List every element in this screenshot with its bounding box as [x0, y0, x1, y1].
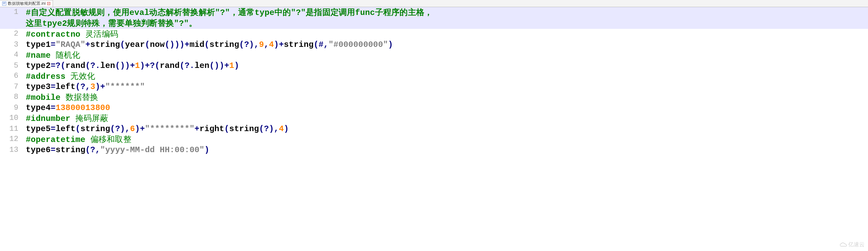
token: 无效化 — [70, 71, 95, 80]
token: ), — [120, 124, 130, 133]
line-number: 10 — [0, 113, 23, 123]
token: type — [254, 8, 274, 17]
token: , — [95, 145, 100, 155]
line-content[interactable]: #contractno 灵活编码 — [23, 29, 118, 40]
token: operatetime — [31, 135, 90, 144]
token: 规则特殊，需要单独判断替换 — [67, 18, 174, 28]
line-content[interactable]: #idnumber 掩码屏蔽 — [23, 113, 108, 124]
line-number: 12 — [0, 134, 23, 144]
close-icon[interactable] — [47, 2, 51, 5]
line-content[interactable]: #operatetime 偏移和取整 — [23, 134, 131, 145]
token: ( — [60, 61, 66, 70]
token: ( — [85, 61, 90, 70]
token: # — [26, 93, 31, 102]
file-tab[interactable]: 数据脱敏规则配置.ini — [0, 0, 53, 7]
token: ( — [75, 82, 81, 91]
token: ) — [274, 40, 279, 49]
token: ? — [115, 124, 120, 133]
code-line[interactable]: 2#contractno 灵活编码 — [0, 29, 868, 40]
token: "******" — [105, 82, 145, 91]
line-content[interactable]: type5=left(string(?),6)+"********"+right… — [23, 124, 289, 134]
code-line[interactable]: 6#address 无效化 — [0, 71, 868, 82]
token: ( — [110, 124, 115, 133]
line-number: 9 — [0, 103, 23, 113]
line-number: 4 — [0, 50, 23, 60]
token: ) — [135, 124, 140, 133]
token: len — [195, 61, 210, 70]
code-line[interactable]: 8#mobile 数据替换 — [0, 92, 868, 103]
line-content[interactable]: #address 无效化 — [23, 71, 95, 82]
token: ( — [205, 40, 210, 49]
code-line[interactable]: 11type5=left(string(?),6)+"********"+rig… — [0, 124, 868, 134]
line-number: 3 — [0, 40, 23, 50]
token: tpye2 — [42, 19, 67, 28]
token: "RAQA" — [56, 40, 86, 49]
code-line[interactable]: 3type1="RAQA"+string(year(now()))+mid(st… — [0, 40, 868, 50]
token: ? — [264, 124, 269, 133]
token: ) — [234, 61, 239, 70]
token: # — [26, 114, 31, 123]
code-area[interactable]: 1#自定义配置脱敏规则，使用eval动态解析替换解析"?"，通常type中的"?… — [0, 7, 868, 155]
line-content[interactable]: type1="RAQA"+string(year(now()))+mid(str… — [23, 40, 393, 50]
token: string — [81, 124, 110, 133]
token: 13800013800 — [56, 103, 110, 112]
token: ) — [205, 145, 210, 155]
token: "?" — [291, 8, 306, 17]
token: ), — [249, 40, 259, 49]
code-line[interactable]: 9type4=13800013800 — [0, 103, 868, 113]
token: 3 — [90, 82, 95, 91]
line-number: 7 — [0, 82, 23, 92]
code-line[interactable]: 1#自定义配置脱敏规则，使用eval动态解析替换解析"?"，通常type中的"?… — [0, 7, 868, 18]
code-line[interactable]: 7type3=left(?,3)+"******" — [0, 82, 868, 92]
token: 4 — [279, 124, 284, 133]
token: rand — [66, 61, 85, 70]
line-content[interactable]: type3=left(?,3)+"******" — [23, 82, 145, 92]
token: , — [323, 40, 329, 49]
token: ( — [85, 145, 90, 155]
tab-filename: 数据脱敏规则配置.ini — [8, 1, 46, 6]
token: type3 — [26, 82, 51, 91]
code-line[interactable]: 这里tpye2规则特殊，需要单独判断替换"?"。 — [0, 18, 868, 29]
token: string — [56, 145, 86, 155]
token: + — [184, 40, 190, 49]
line-content[interactable]: type4=13800013800 — [23, 103, 110, 113]
code-line[interactable]: 10#idnumber 掩码屏蔽 — [0, 113, 868, 124]
line-content[interactable]: type6=string(?,"yyyy-MM-dd HH:00:00") — [23, 145, 209, 155]
token: + — [140, 124, 145, 133]
line-content[interactable]: #mobile 数据替换 — [23, 92, 99, 103]
token: ()) — [115, 61, 130, 70]
token: ( — [155, 61, 160, 70]
token: len — [100, 61, 115, 70]
line-content[interactable]: type2=?(rand(?.len())+1)+?(rand(?.len())… — [23, 61, 239, 71]
token: ?. — [90, 61, 100, 70]
token: year — [125, 40, 145, 49]
token: string — [284, 40, 314, 49]
token: ( — [145, 40, 150, 49]
token: now — [150, 40, 165, 49]
token: mobile — [31, 93, 66, 102]
token: + — [100, 82, 105, 91]
line-content[interactable]: #name 随机化 — [23, 50, 80, 61]
token: 这里 — [26, 18, 42, 28]
token: = — [51, 145, 56, 155]
line-content[interactable]: 这里tpye2规则特殊，需要单独判断替换"?"。 — [23, 18, 197, 29]
token: 数据替换 — [66, 92, 99, 102]
code-line[interactable]: 5type2=?(rand(?.len())+1)+?(rand(?.len()… — [0, 61, 868, 71]
code-line[interactable]: 12#operatetime 偏移和取整 — [0, 134, 868, 145]
code-line[interactable]: 13type6=string(?,"yyyy-MM-dd HH:00:00") — [0, 145, 868, 155]
token: =? — [51, 61, 60, 70]
token: string — [90, 40, 120, 49]
token: + — [279, 40, 284, 49]
token: ) — [388, 40, 393, 49]
token: eval — [129, 8, 149, 17]
token: # — [26, 135, 31, 144]
token: "********" — [145, 124, 195, 133]
token: idnumber — [31, 114, 75, 123]
token: type6 — [26, 145, 51, 155]
token: + — [195, 124, 200, 133]
svg-rect-3 — [3, 4, 5, 4]
code-line[interactable]: 4#name 随机化 — [0, 50, 868, 61]
token: = — [51, 103, 56, 112]
token: ()) — [209, 61, 224, 70]
line-content[interactable]: #自定义配置脱敏规则，使用eval动态解析替换解析"?"，通常type中的"?"… — [23, 7, 432, 18]
